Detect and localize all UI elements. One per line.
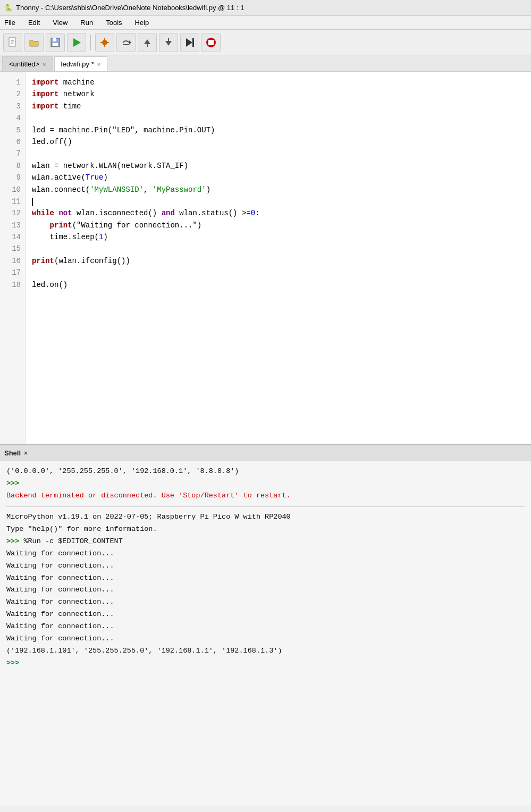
svg-marker-17: [165, 41, 172, 46]
editor: 123456789101112131415161718 import machi…: [0, 72, 531, 444]
shell-output-line: ('192.168.1.101', '255.255.255.0', '192.…: [6, 645, 525, 657]
shell-tab[interactable]: Shell ×: [4, 449, 28, 457]
code-line: wlan = network.WLAN(network.STA_IF): [32, 160, 525, 172]
code-line: time.sleep(1): [32, 231, 525, 243]
shell-header: Shell ×: [0, 444, 531, 461]
shell-output-line: Waiting for connection...: [6, 548, 525, 560]
svg-marker-7: [73, 38, 81, 47]
line-number: 1: [0, 77, 25, 88]
code-line: import time: [32, 100, 525, 112]
svg-point-8: [102, 40, 107, 45]
shell-output-line: Waiting for connection...: [6, 621, 525, 633]
shell-divider: [6, 506, 525, 507]
title-text: Thonny - C:\Users\shbis\OneDrive\OneNote…: [16, 4, 244, 12]
menu-item-edit[interactable]: Edit: [26, 18, 42, 27]
code-line: [32, 196, 525, 207]
line-number: 7: [0, 148, 25, 159]
shell-error-line: Backend terminated or disconnected. Use …: [6, 490, 525, 502]
open-button[interactable]: [24, 33, 44, 52]
line-number: 17: [0, 267, 25, 278]
code-line: import machine: [32, 77, 525, 88]
tab--untitled-[interactable]: <untitled>×: [2, 56, 53, 71]
shell-prompt-cmd: >>> %Run -c $EDITOR_CONTENT: [6, 536, 525, 548]
step-into-button[interactable]: [138, 33, 157, 52]
line-number: 6: [0, 136, 25, 148]
line-numbers: 123456789101112131415161718: [0, 72, 26, 444]
menubar: FileEditViewRunToolsHelp: [0, 16, 531, 30]
code-line: wlan.active(True): [32, 172, 525, 183]
code-line: [32, 243, 525, 255]
tab-close-icon[interactable]: ×: [97, 61, 100, 67]
line-number: 14: [0, 231, 25, 243]
line-number: 3: [0, 100, 25, 112]
tab-close-icon[interactable]: ×: [43, 61, 46, 67]
shell-output-line: Waiting for connection...: [6, 572, 525, 585]
code-area[interactable]: import machineimport networkimport time …: [26, 72, 531, 444]
menu-item-view[interactable]: View: [50, 18, 70, 27]
shell-container: Shell × ('0.0.0.0', '255.255.255.0', '19…: [0, 444, 531, 806]
shell-output-line: Waiting for connection...: [6, 560, 525, 572]
shell-prompt-line: >>>: [6, 657, 525, 670]
line-number: 10: [0, 184, 25, 196]
code-line: [32, 112, 525, 124]
menu-item-file[interactable]: File: [2, 18, 18, 27]
svg-marker-19: [186, 38, 192, 47]
line-number: 13: [0, 219, 25, 231]
tab-label: ledwifi.py *: [61, 60, 94, 68]
step-out-button[interactable]: [159, 33, 178, 52]
resume-button[interactable]: [180, 33, 199, 52]
shell-output-line: Waiting for connection...: [6, 584, 525, 596]
shell-output-line: ('0.0.0.0', '255.255.255.0', '192.168.0.…: [6, 466, 525, 478]
debug-button[interactable]: [95, 33, 114, 52]
line-number: 18: [0, 279, 25, 291]
svg-marker-15: [144, 39, 150, 44]
code-line: led.on(): [32, 279, 525, 291]
shell-output-line: Waiting for connection...: [6, 596, 525, 608]
app-icon: 🐍: [4, 4, 13, 12]
step-over-button[interactable]: [116, 33, 136, 52]
code-line: wlan.connect('MyWLANSSID', 'MyPassword'): [32, 184, 525, 196]
toolbar-separator: [90, 35, 91, 50]
shell-output-line: Waiting for connection...: [6, 633, 525, 645]
shell-label: Shell: [4, 449, 21, 457]
toolbar: [0, 30, 531, 55]
line-number: 4: [0, 112, 25, 124]
shell-output-line: Type "help()" for more information.: [6, 523, 525, 536]
code-line: while not wlan.isconnected() and wlan.st…: [32, 207, 525, 219]
line-number: 15: [0, 243, 25, 255]
titlebar: 🐍 Thonny - C:\Users\shbis\OneDrive\OneNo…: [0, 0, 531, 16]
line-number: 8: [0, 160, 25, 172]
code-line: led.off(): [32, 136, 525, 148]
line-number: 11: [0, 196, 25, 207]
code-line: led = machine.Pin("LED", machine.Pin.OUT…: [32, 124, 525, 136]
code-line: print("Waiting for connection..."): [32, 219, 525, 231]
shell-output-line: Waiting for connection...: [6, 608, 525, 621]
run-button[interactable]: [67, 33, 86, 52]
code-line: [32, 148, 525, 159]
line-number: 5: [0, 124, 25, 136]
line-number: 12: [0, 207, 25, 219]
svg-rect-6: [52, 43, 58, 46]
menu-item-tools[interactable]: Tools: [104, 18, 124, 27]
menu-item-run[interactable]: Run: [78, 18, 95, 27]
stop-button[interactable]: [201, 33, 221, 52]
shell-prompt-line: >>>: [6, 478, 525, 490]
tab-label: <untitled>: [9, 60, 39, 68]
new-button[interactable]: [3, 33, 22, 52]
line-number: 9: [0, 172, 25, 183]
line-number: 2: [0, 88, 25, 100]
shell-output[interactable]: ('0.0.0.0', '255.255.255.0', '192.168.0.…: [0, 461, 531, 806]
menu-item-help[interactable]: Help: [133, 18, 151, 27]
shell-output-line: MicroPython v1.19.1 on 2022-07-05; Raspb…: [6, 511, 525, 523]
svg-marker-13: [129, 40, 131, 45]
code-line: import network: [32, 88, 525, 100]
save-button[interactable]: [46, 33, 65, 52]
tabs: <untitled>×ledwifi.py *×: [0, 55, 531, 72]
svg-rect-22: [208, 40, 214, 45]
code-line: print(wlan.ifconfig()): [32, 255, 525, 267]
svg-rect-5: [53, 38, 56, 41]
shell-close-icon[interactable]: ×: [24, 450, 28, 457]
code-line: [32, 267, 525, 278]
tab-ledwifi-py[interactable]: ledwifi.py *×: [54, 56, 108, 71]
svg-rect-20: [192, 38, 194, 47]
